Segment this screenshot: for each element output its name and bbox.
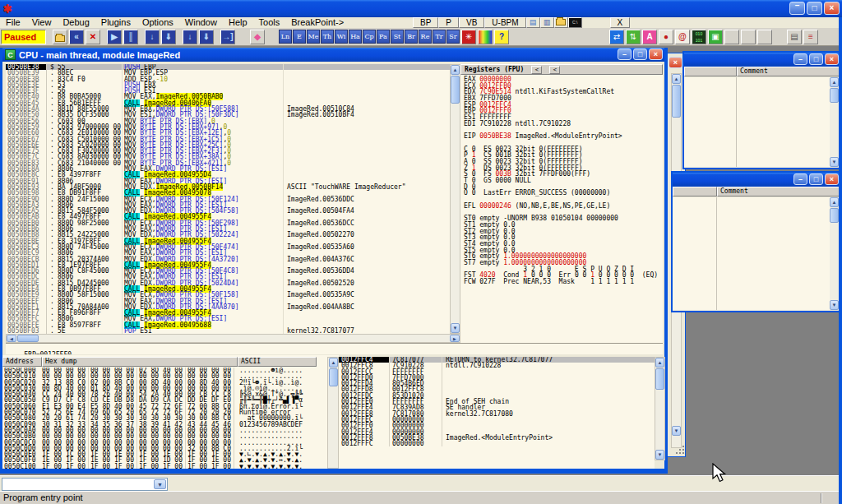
- column-comment[interactable]: Comment: [737, 67, 840, 76]
- scroll-thumb[interactable]: [830, 88, 839, 103]
- menu-item-debug[interactable]: Debug: [57, 17, 95, 28]
- run-icon[interactable]: ▶: [107, 30, 122, 44]
- menu-item-tools[interactable]: Tools: [253, 17, 286, 28]
- cpu-titlebar[interactable]: C CPU - main thread, module ImageRed – □…: [2, 48, 664, 62]
- up-down-icon[interactable]: ⇅: [626, 30, 641, 44]
- toolbar-button-sr[interactable]: Sr: [446, 30, 460, 44]
- plugin-close-button[interactable]: X: [610, 17, 630, 28]
- stack-row[interactable]: 0012FFCCFFFFFFFF: [339, 369, 655, 375]
- comment-window-1-list[interactable]: ▲ ▼: [684, 77, 840, 167]
- scroll-up-icon[interactable]: ▲: [329, 358, 338, 368]
- animate-over-icon[interactable]: ⇓: [199, 30, 214, 44]
- scroll-thumb[interactable]: [830, 208, 839, 223]
- disassembly-hscrollbar[interactable]: ◀ ▶: [6, 334, 460, 343]
- toolbar-button-me[interactable]: Me: [307, 30, 320, 44]
- comment-window-2-titlebar[interactable]: – □ ×: [673, 173, 840, 187]
- chevron-left-icon[interactable]: <: [549, 66, 560, 74]
- minimize-button[interactable]: –: [793, 173, 807, 185]
- scroll-up-icon[interactable]: ▲: [830, 77, 839, 87]
- disassembly-vscrollbar[interactable]: ▲ ▼: [450, 64, 460, 334]
- scroll-thumb[interactable]: [17, 335, 39, 342]
- hidden-window-close-button[interactable]: ×: [669, 57, 682, 68]
- menu-item-plugins[interactable]: Plugins: [95, 17, 136, 28]
- restart-icon[interactable]: «: [69, 30, 84, 44]
- step-over-icon[interactable]: ⇓: [161, 30, 176, 44]
- stack-row[interactable]: 0012FFD48054B6ED: [339, 381, 655, 386]
- blank-button-2[interactable]: [741, 30, 756, 44]
- plugin-button-u-bpm[interactable]: U-BPM: [484, 17, 525, 28]
- dump-header-address[interactable]: Address: [2, 357, 42, 367]
- list-icon[interactable]: ▤: [787, 30, 802, 44]
- disasm-row[interactable]: 0050BE3B.83C4 F0ADD ESP,-10: [6, 76, 450, 82]
- stack-row[interactable]: 0012FFE0FFFFFFFFEnd of SEH chain: [339, 399, 655, 405]
- dump-header[interactable]: Address Hex dump ASCII: [2, 357, 317, 367]
- scroll-down-icon[interactable]: ▼: [830, 157, 839, 167]
- info-pane[interactable]: EBP=0012FFF0: [6, 343, 663, 354]
- comment-window-1-titlebar[interactable]: – □ ×: [684, 53, 840, 67]
- folder-icon[interactable]: [554, 17, 568, 28]
- dump-vscrollbar[interactable]: ▲: [327, 357, 339, 469]
- scroll-thumb[interactable]: [451, 76, 460, 104]
- disasm-row[interactable]: 0050BE3E.53PUSH EBX: [6, 82, 450, 88]
- dump-header-hex[interactable]: Hex dump: [42, 357, 238, 367]
- animate-into-icon[interactable]: ↓: [183, 30, 197, 44]
- cpu-close-button[interactable]: ×: [649, 49, 663, 60]
- disassembly-pane[interactable]: 0050BE38$55PUSH EBP0050BE39.8BECMOV EBP,…: [6, 64, 450, 334]
- plugin-button-bp[interactable]: BP: [413, 17, 438, 28]
- toolbar-button-tr[interactable]: Tr: [433, 30, 446, 44]
- command-combobox[interactable]: ▼: [2, 478, 168, 491]
- register-line[interactable]: EFL 00000246 (NO,NB,E,BE,NS,PE,GE,LE): [464, 203, 663, 210]
- scroll-down-icon[interactable]: ▼: [672, 426, 681, 436]
- cpu-restore-button[interactable]: □: [633, 49, 647, 60]
- scroll-thumb[interactable]: [672, 85, 681, 118]
- menu-item-view[interactable]: View: [26, 17, 58, 28]
- comment-window-1-header[interactable]: Comment: [684, 67, 840, 77]
- comment-window-2-header[interactable]: Comment: [673, 187, 840, 197]
- help-icon[interactable]: ?: [494, 30, 509, 44]
- register-line[interactable]: EIP 0050BE38 ImageRed.<ModuleEntryPoint>: [464, 133, 663, 140]
- stack-row[interactable]: 0012FFFC00000000: [339, 441, 655, 446]
- column-comment[interactable]: Comment: [717, 187, 840, 197]
- toolbar-button-e[interactable]: E: [293, 30, 306, 44]
- go-to-address-icon[interactable]: ◆: [250, 30, 265, 44]
- scroll-down-icon[interactable]: ▼: [655, 450, 664, 460]
- scroll-up-icon[interactable]: ▲: [451, 65, 460, 75]
- scroll-up-icon[interactable]: ▲: [655, 358, 664, 368]
- comment-window-2-list[interactable]: ▲ ▼: [673, 197, 840, 310]
- toolbar-button-wi[interactable]: Wi: [335, 30, 348, 44]
- registers-header[interactable]: Registers (FPU) < <: [460, 64, 663, 75]
- stack-row[interactable]: 0012FFF000000000: [339, 423, 655, 428]
- menu-item-help[interactable]: Help: [223, 17, 253, 28]
- analyze-a-icon[interactable]: A: [642, 30, 657, 44]
- scroll-thumb[interactable]: [655, 368, 664, 390]
- checklist-icon[interactable]: ≡: [803, 30, 818, 44]
- close-button[interactable]: ×: [825, 53, 839, 65]
- binary-icon[interactable]: 010101: [692, 30, 706, 44]
- dump-header-ascii[interactable]: ASCII: [238, 357, 317, 367]
- stack-row[interactable]: 0012FFF80050BE38ImageRed.<ModuleEntryPoi…: [339, 435, 655, 441]
- menu-item-file[interactable]: File: [0, 17, 26, 28]
- scroll-thumb[interactable]: [329, 368, 338, 386]
- menu-item-window[interactable]: Window: [179, 17, 223, 28]
- close-button[interactable]: ×: [824, 2, 840, 15]
- stack-row[interactable]: 0012FFD07FFD7000: [339, 375, 655, 381]
- disasm-row[interactable]: 0050BEFE.E8 8597F8FFCALL ImageRed.004956…: [6, 322, 450, 328]
- dump-row[interactable]: 0050C1001F 00 1F 001F 00 1F 001F 00 1F 0…: [2, 464, 327, 469]
- register-line[interactable]: FCW 027F Prec NEAR,53 Mask 1 1 1 1 1 1: [464, 279, 663, 285]
- toolbar-button-ln[interactable]: Ln: [279, 30, 292, 44]
- chevron-down-icon[interactable]: ▼: [154, 479, 166, 489]
- pause-icon[interactable]: ║: [123, 30, 138, 44]
- scroll-up-icon[interactable]: ▲: [672, 74, 681, 84]
- stack-vscrollbar[interactable]: ▲ ▼: [655, 357, 665, 460]
- toolbar-button-cp[interactable]: Cp: [363, 30, 376, 44]
- swap-arrows-icon[interactable]: ⇄: [609, 30, 624, 44]
- column-blank[interactable]: [684, 67, 737, 76]
- stack-row[interactable]: 0012FFE87C817080kernel32.7C817080: [339, 411, 655, 417]
- toolbar-button-ha[interactable]: Ha: [349, 30, 362, 44]
- scroll-right-icon[interactable]: ▶: [450, 335, 460, 342]
- cpu-minimize-button[interactable]: –: [618, 49, 632, 60]
- stack-row[interactable]: 0012FFEC00000000: [339, 417, 655, 423]
- appearance-icon[interactable]: [478, 30, 493, 44]
- blank-button-1[interactable]: [724, 30, 739, 44]
- stack-pane[interactable]: 0012FFC47C817077RETURN to kernel32.7C817…: [339, 357, 655, 469]
